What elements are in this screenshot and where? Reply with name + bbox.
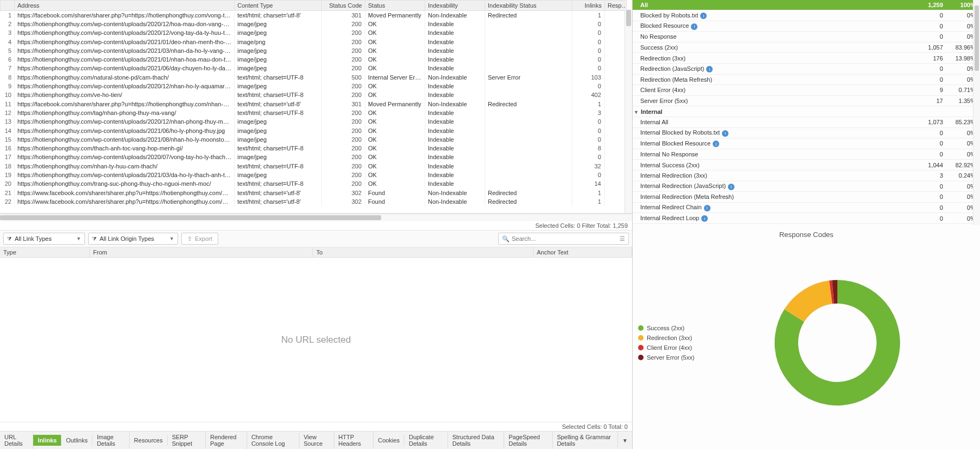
overview-row-internal-redirection-3xx-[interactable]: Internal Redirection (3xx)30.24% [633,171,980,181]
col-inlinks[interactable]: Inlinks [572,1,605,11]
tab-structured-data-details[interactable]: Structured Data Details [448,432,505,449]
chevron-down-icon: ▼ [169,236,174,241]
table-row[interactable]: 15https://hotienphongthuy.com/wp-content… [1,135,627,144]
info-icon[interactable]: i [704,205,710,211]
table-row[interactable]: 8https://hotienphongthuy.com/natural-sto… [1,73,627,82]
legend-client-error-4xx-: Client Error (4xx) [638,344,694,351]
table-row[interactable]: 3https://hotienphongthuy.com/wp-content/… [1,28,627,37]
table-row[interactable]: 12https://hotienphongthuy.com/tag/nhan-p… [1,108,627,117]
table-row[interactable]: 19https://hotienphongthuy.com/wp-content… [1,171,627,179]
table-row[interactable]: 7https://hotienphongthuy.com/wp-content/… [1,64,627,72]
info-icon[interactable]: i [691,23,697,30]
tab-chrome-console-log[interactable]: Chrome Console Log [247,432,299,449]
table-row[interactable]: 18https://hotienphongthuy.com/nhan-ty-hu… [1,162,627,171]
tab-view-source[interactable]: View Source [299,432,334,449]
overview-row-client-error-4xx-[interactable]: Client Error (4xx)90.71% [633,85,980,96]
overview-scroll[interactable] [973,0,980,225]
lower-col-from[interactable]: From [90,247,313,257]
tab-spelling-grammar-details[interactable]: Spelling & Grammar Details [553,432,618,449]
table-row[interactable]: 22https://www.facebook.com/sharer/sharer… [1,197,627,206]
overview-row-internal-redirect-chain[interactable]: Internal Redirect Chaini00% [633,203,980,214]
tab-duplicate-details[interactable]: Duplicate Details [405,432,448,449]
tab-http-headers[interactable]: HTTP Headers [334,432,374,449]
overview-row-internal-redirection-meta-refresh-[interactable]: Internal Redirection (Meta Refresh)00% [633,192,980,203]
col-indexability[interactable]: Indexability [425,1,485,11]
tabs-overflow-icon[interactable]: ▼ [618,436,632,445]
lower-col-anchor-text[interactable]: Anchor Text [534,247,632,257]
table-row[interactable]: 16https://hotienphongthuy.com/thach-anh-… [1,144,627,153]
main-scroll-horizontal[interactable] [0,214,632,221]
overview-row-success-2xx-[interactable]: Success (2xx)1,05783.96% [633,43,980,53]
table-row[interactable]: 17https://hotienphongthuy.com/wp-content… [1,153,627,161]
col-content-type[interactable]: Content Type [235,1,322,11]
link-types-combo[interactable]: All Link Types ▼ [3,233,85,245]
table-row[interactable]: 9https://hotienphongthuy.com/wp-content/… [1,82,627,90]
table-row[interactable]: 20https://hotienphongthuy.com/trang-suc-… [1,179,627,188]
tab-outlinks[interactable]: Outlinks [62,435,93,446]
overview-list[interactable]: All1,259100%Blocked by Robots.txti00%Blo… [633,0,980,225]
search-options-icon[interactable]: ☰ [620,235,625,242]
tab-image-details[interactable]: Image Details [93,432,130,449]
table-row[interactable]: 5https://hotienphongthuy.com/wp-content/… [1,46,627,55]
info-icon[interactable]: i [701,215,708,222]
overview-row-redirection-meta-refresh-[interactable]: Redirection (Meta Refresh)00% [633,75,980,86]
info-icon[interactable]: i [706,66,713,72]
main-scroll-vertical[interactable] [624,10,632,213]
table-row[interactable]: 13https://hotienphongthuy.com/wp-content… [1,117,627,126]
main-url-table[interactable]: AddressContent TypeStatus CodeStatusInde… [0,0,632,214]
search-box[interactable]: 🔍 ☰ [498,233,629,245]
lower-col-to[interactable]: To [313,247,534,257]
link-origin-combo[interactable]: All Link Origin Types ▼ [88,233,178,245]
donut-chart [700,242,975,444]
inlinks-columns: TypeFromToAnchor Text [0,247,632,258]
tab-pagespeed-details[interactable]: PageSpeed Details [504,432,553,449]
table-row[interactable]: 1https://facebook.com/sharer/sharer.php?… [1,11,627,20]
info-icon[interactable]: i [722,130,728,137]
swatch-icon [638,345,644,350]
table-row[interactable]: 10https://hotienphongthuy.com/ve-ho-tien… [1,90,627,99]
overview-row-internal-all[interactable]: Internal All1,07385.23% [633,117,980,128]
table-row[interactable]: 21https://www.facebook.com/sharer/sharer… [1,188,627,197]
chevron-down-icon: ▼ [76,236,81,241]
overview-row-all[interactable]: All1,259100% [633,0,980,10]
tab-serp-snippet[interactable]: SERP Snippet [168,432,206,449]
col-rownum[interactable] [1,1,15,11]
overview-row-blocked-resource[interactable]: Blocked Resourcei00% [633,21,980,32]
info-icon[interactable]: i [700,13,707,19]
overview-row-internal-redirect-loop[interactable]: Internal Redirect Loopi00% [633,213,980,224]
overview-row-redirection-javascript-[interactable]: Redirection (JavaScript)i00% [633,64,980,75]
export-button[interactable]: ⇪ Export [181,233,218,245]
tab-cookies[interactable]: Cookies [373,435,405,446]
col-status[interactable]: Status [365,1,425,11]
table-row[interactable]: 14https://hotienphongthuy.com/wp-content… [1,126,627,135]
overview-row-server-error-5xx-[interactable]: Server Error (5xx)171.35% [633,96,980,107]
col-address[interactable]: Address [15,1,235,11]
info-icon[interactable]: i [713,141,719,147]
overview-row-no-response[interactable]: No Response00% [633,32,980,43]
col-indexability-status[interactable]: Indexability Status [485,1,572,11]
table-row[interactable]: 2https://hotienphongthuy.com/wp-content/… [1,20,627,28]
col-status-code[interactable]: Status Code [322,1,365,11]
col-resp-[interactable]: Resp… [605,1,627,11]
export-icon: ⇪ [187,235,192,242]
overview-row-internal-no-response[interactable]: Internal No Response00% [633,149,980,160]
legend-server-error-5xx-: Server Error (5xx) [638,354,694,361]
table-row[interactable]: 6https://hotienphongthuy.com/wp-content/… [1,55,627,64]
overview-row-internal-redirection-javascript-[interactable]: Internal Redirection (JavaScript)i00% [633,181,980,192]
overview-row-internal[interactable]: ▼Internal [633,106,980,117]
overview-row-blocked-by-robots-txt[interactable]: Blocked by Robots.txti00% [633,10,980,21]
tab-inlinks[interactable]: Inlinks [33,435,62,446]
table-row[interactable]: 4https://hotienphongthuy.com/wp-content/… [1,37,627,46]
table-row[interactable]: 11https://facebook.com/sharer/sharer.php… [1,99,627,108]
overview-row-redirection-3xx-[interactable]: Redirection (3xx)17613.98% [633,53,980,64]
tab-rendered-page[interactable]: Rendered Page [206,432,247,449]
lower-col-type[interactable]: Type [0,247,90,257]
tab-url-details[interactable]: URL Details [0,432,33,449]
overview-row-internal-blocked-by-robots-txt[interactable]: Internal Blocked by Robots.txti00% [633,128,980,139]
info-icon[interactable]: i [728,184,734,190]
tab-resources[interactable]: Resources [130,435,168,446]
legend-success-2xx-: Success (2xx) [638,325,694,331]
overview-row-internal-blocked-resource[interactable]: Internal Blocked Resourcei00% [633,138,980,149]
overview-row-internal-success-2xx-[interactable]: Internal Success (2xx)1,04482.92% [633,160,980,171]
search-input[interactable] [512,235,620,242]
